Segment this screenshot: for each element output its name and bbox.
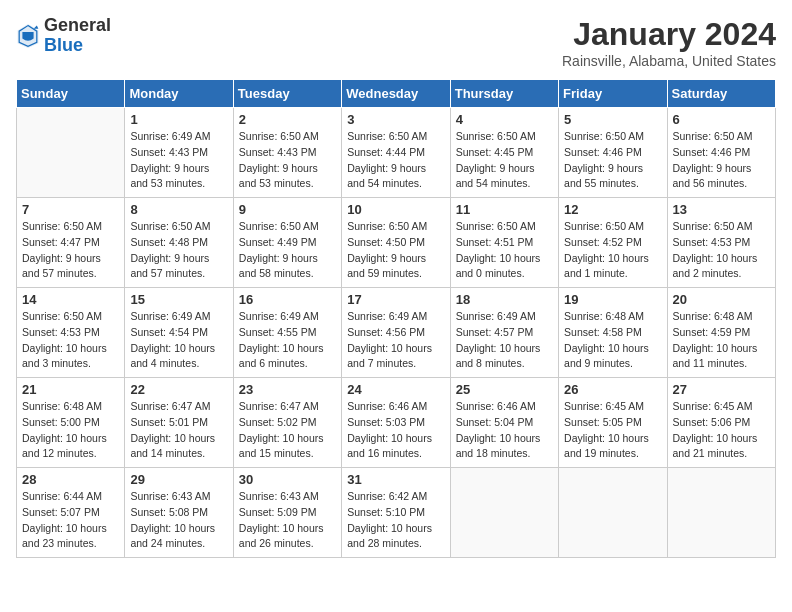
calendar-cell: 11Sunrise: 6:50 AMSunset: 4:51 PMDayligh…: [450, 198, 558, 288]
day-info: Sunrise: 6:46 AMSunset: 5:03 PMDaylight:…: [347, 399, 444, 462]
weekday-header-saturday: Saturday: [667, 80, 775, 108]
day-number: 12: [564, 202, 661, 217]
day-info: Sunrise: 6:46 AMSunset: 5:04 PMDaylight:…: [456, 399, 553, 462]
calendar-cell: 14Sunrise: 6:50 AMSunset: 4:53 PMDayligh…: [17, 288, 125, 378]
day-number: 7: [22, 202, 119, 217]
day-info: Sunrise: 6:49 AMSunset: 4:57 PMDaylight:…: [456, 309, 553, 372]
calendar-cell: 21Sunrise: 6:48 AMSunset: 5:00 PMDayligh…: [17, 378, 125, 468]
weekday-header-sunday: Sunday: [17, 80, 125, 108]
day-info: Sunrise: 6:50 AMSunset: 4:45 PMDaylight:…: [456, 129, 553, 192]
weekday-header-thursday: Thursday: [450, 80, 558, 108]
day-number: 15: [130, 292, 227, 307]
logo: General Blue: [16, 16, 111, 56]
calendar-cell: 27Sunrise: 6:45 AMSunset: 5:06 PMDayligh…: [667, 378, 775, 468]
day-info: Sunrise: 6:47 AMSunset: 5:02 PMDaylight:…: [239, 399, 336, 462]
day-info: Sunrise: 6:50 AMSunset: 4:46 PMDaylight:…: [564, 129, 661, 192]
day-number: 25: [456, 382, 553, 397]
calendar-cell: 25Sunrise: 6:46 AMSunset: 5:04 PMDayligh…: [450, 378, 558, 468]
header: General Blue January 2024 Rainsville, Al…: [16, 16, 776, 69]
calendar-cell: 4Sunrise: 6:50 AMSunset: 4:45 PMDaylight…: [450, 108, 558, 198]
day-info: Sunrise: 6:48 AMSunset: 4:58 PMDaylight:…: [564, 309, 661, 372]
day-number: 4: [456, 112, 553, 127]
month-year-title: January 2024: [562, 16, 776, 53]
day-info: Sunrise: 6:48 AMSunset: 4:59 PMDaylight:…: [673, 309, 770, 372]
calendar-cell: 9Sunrise: 6:50 AMSunset: 4:49 PMDaylight…: [233, 198, 341, 288]
weekday-header-wednesday: Wednesday: [342, 80, 450, 108]
calendar-cell: 6Sunrise: 6:50 AMSunset: 4:46 PMDaylight…: [667, 108, 775, 198]
logo-text: General Blue: [44, 16, 111, 56]
calendar-cell: 28Sunrise: 6:44 AMSunset: 5:07 PMDayligh…: [17, 468, 125, 558]
day-number: 3: [347, 112, 444, 127]
calendar-cell: 1Sunrise: 6:49 AMSunset: 4:43 PMDaylight…: [125, 108, 233, 198]
calendar-cell: 12Sunrise: 6:50 AMSunset: 4:52 PMDayligh…: [559, 198, 667, 288]
day-info: Sunrise: 6:50 AMSunset: 4:47 PMDaylight:…: [22, 219, 119, 282]
day-info: Sunrise: 6:50 AMSunset: 4:51 PMDaylight:…: [456, 219, 553, 282]
logo-blue-label: Blue: [44, 36, 111, 56]
calendar-cell: 29Sunrise: 6:43 AMSunset: 5:08 PMDayligh…: [125, 468, 233, 558]
title-area: January 2024 Rainsville, Alabama, United…: [562, 16, 776, 69]
calendar-cell: 20Sunrise: 6:48 AMSunset: 4:59 PMDayligh…: [667, 288, 775, 378]
logo-general-label: General: [44, 16, 111, 36]
weekday-header-row: SundayMondayTuesdayWednesdayThursdayFrid…: [17, 80, 776, 108]
day-number: 9: [239, 202, 336, 217]
calendar-cell: 17Sunrise: 6:49 AMSunset: 4:56 PMDayligh…: [342, 288, 450, 378]
calendar-cell: 3Sunrise: 6:50 AMSunset: 4:44 PMDaylight…: [342, 108, 450, 198]
weekday-header-tuesday: Tuesday: [233, 80, 341, 108]
calendar-cell: 7Sunrise: 6:50 AMSunset: 4:47 PMDaylight…: [17, 198, 125, 288]
day-number: 24: [347, 382, 444, 397]
day-number: 26: [564, 382, 661, 397]
calendar-cell: [450, 468, 558, 558]
calendar-cell: 19Sunrise: 6:48 AMSunset: 4:58 PMDayligh…: [559, 288, 667, 378]
location-subtitle: Rainsville, Alabama, United States: [562, 53, 776, 69]
day-number: 22: [130, 382, 227, 397]
day-number: 18: [456, 292, 553, 307]
day-info: Sunrise: 6:50 AMSunset: 4:53 PMDaylight:…: [22, 309, 119, 372]
calendar-cell: [17, 108, 125, 198]
day-number: 14: [22, 292, 119, 307]
day-info: Sunrise: 6:50 AMSunset: 4:52 PMDaylight:…: [564, 219, 661, 282]
calendar-cell: 31Sunrise: 6:42 AMSunset: 5:10 PMDayligh…: [342, 468, 450, 558]
day-info: Sunrise: 6:43 AMSunset: 5:08 PMDaylight:…: [130, 489, 227, 552]
day-info: Sunrise: 6:42 AMSunset: 5:10 PMDaylight:…: [347, 489, 444, 552]
weekday-header-monday: Monday: [125, 80, 233, 108]
calendar-cell: [559, 468, 667, 558]
day-number: 10: [347, 202, 444, 217]
day-info: Sunrise: 6:49 AMSunset: 4:56 PMDaylight:…: [347, 309, 444, 372]
calendar-cell: 30Sunrise: 6:43 AMSunset: 5:09 PMDayligh…: [233, 468, 341, 558]
day-number: 29: [130, 472, 227, 487]
weekday-header-friday: Friday: [559, 80, 667, 108]
day-number: 28: [22, 472, 119, 487]
day-number: 17: [347, 292, 444, 307]
day-info: Sunrise: 6:48 AMSunset: 5:00 PMDaylight:…: [22, 399, 119, 462]
week-row-3: 14Sunrise: 6:50 AMSunset: 4:53 PMDayligh…: [17, 288, 776, 378]
day-info: Sunrise: 6:50 AMSunset: 4:49 PMDaylight:…: [239, 219, 336, 282]
day-number: 30: [239, 472, 336, 487]
day-info: Sunrise: 6:45 AMSunset: 5:06 PMDaylight:…: [673, 399, 770, 462]
day-number: 1: [130, 112, 227, 127]
day-info: Sunrise: 6:49 AMSunset: 4:54 PMDaylight:…: [130, 309, 227, 372]
day-number: 31: [347, 472, 444, 487]
day-info: Sunrise: 6:50 AMSunset: 4:48 PMDaylight:…: [130, 219, 227, 282]
calendar-cell: [667, 468, 775, 558]
day-number: 21: [22, 382, 119, 397]
day-number: 19: [564, 292, 661, 307]
day-number: 2: [239, 112, 336, 127]
calendar-cell: 5Sunrise: 6:50 AMSunset: 4:46 PMDaylight…: [559, 108, 667, 198]
calendar-cell: 18Sunrise: 6:49 AMSunset: 4:57 PMDayligh…: [450, 288, 558, 378]
day-info: Sunrise: 6:50 AMSunset: 4:46 PMDaylight:…: [673, 129, 770, 192]
calendar-cell: 13Sunrise: 6:50 AMSunset: 4:53 PMDayligh…: [667, 198, 775, 288]
day-number: 6: [673, 112, 770, 127]
day-info: Sunrise: 6:50 AMSunset: 4:50 PMDaylight:…: [347, 219, 444, 282]
calendar-cell: 2Sunrise: 6:50 AMSunset: 4:43 PMDaylight…: [233, 108, 341, 198]
week-row-5: 28Sunrise: 6:44 AMSunset: 5:07 PMDayligh…: [17, 468, 776, 558]
day-info: Sunrise: 6:49 AMSunset: 4:55 PMDaylight:…: [239, 309, 336, 372]
day-number: 27: [673, 382, 770, 397]
week-row-1: 1Sunrise: 6:49 AMSunset: 4:43 PMDaylight…: [17, 108, 776, 198]
day-number: 20: [673, 292, 770, 307]
day-info: Sunrise: 6:44 AMSunset: 5:07 PMDaylight:…: [22, 489, 119, 552]
day-info: Sunrise: 6:49 AMSunset: 4:43 PMDaylight:…: [130, 129, 227, 192]
day-number: 5: [564, 112, 661, 127]
calendar-cell: 26Sunrise: 6:45 AMSunset: 5:05 PMDayligh…: [559, 378, 667, 468]
calendar-table: SundayMondayTuesdayWednesdayThursdayFrid…: [16, 79, 776, 558]
day-info: Sunrise: 6:50 AMSunset: 4:43 PMDaylight:…: [239, 129, 336, 192]
